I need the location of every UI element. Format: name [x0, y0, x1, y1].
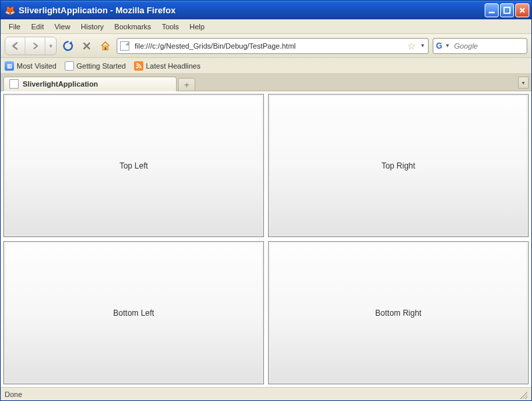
grid-cell-top-left: Top Left — [3, 94, 264, 237]
grid-cell-top-right: Top Right — [268, 94, 529, 237]
menu-file[interactable]: File — [3, 21, 26, 32]
svg-point-4 — [136, 67, 137, 68]
resize-grip[interactable] — [518, 390, 527, 399]
svg-rect-1 — [504, 7, 510, 13]
search-engine-dropdown[interactable]: ▼ — [445, 43, 450, 49]
menu-help[interactable]: Help — [184, 21, 210, 32]
page-content: Top Left Top Right Bottom Left Bottom Ri… — [1, 91, 531, 387]
search-bar[interactable]: G ▼ 🔍 — [433, 38, 527, 54]
close-button[interactable] — [515, 3, 529, 17]
menubar: File Edit View History Bookmarks Tools H… — [1, 19, 531, 34]
minimize-button[interactable] — [485, 3, 499, 17]
stop-button[interactable] — [79, 39, 94, 53]
back-forward-group: ▾ — [5, 37, 57, 55]
menu-bookmarks[interactable]: Bookmarks — [109, 21, 157, 32]
page-icon — [65, 61, 74, 71]
back-button[interactable] — [5, 37, 25, 55]
bookmark-label: Latest Headlines — [146, 62, 201, 70]
menu-view[interactable]: View — [49, 21, 76, 32]
nav-toolbar: ▾ ☆ ▼ G ▼ 🔍 — [1, 34, 531, 58]
cell-label: Bottom Right — [375, 308, 421, 318]
forward-button[interactable] — [25, 37, 45, 55]
svg-rect-3 — [105, 47, 107, 50]
maximize-button[interactable] — [500, 3, 514, 17]
tab-title: SliverlightApplication — [23, 80, 98, 88]
page-icon — [9, 79, 19, 89]
bookmarks-toolbar: ▦ Most Visited Getting Started Latest He… — [1, 58, 531, 74]
bookmark-label: Most Visited — [17, 62, 57, 70]
cell-label: Top Left — [119, 161, 148, 171]
reload-button[interactable] — [61, 39, 75, 53]
cell-label: Bottom Left — [113, 308, 154, 318]
grid-cell-bottom-right: Bottom Right — [268, 241, 529, 384]
bookmark-latest-headlines[interactable]: Latest Headlines — [134, 61, 201, 71]
bookmark-getting-started[interactable]: Getting Started — [65, 61, 126, 71]
bookmark-label: Getting Started — [77, 62, 126, 70]
tab-strip: SliverlightApplication + ▾ — [1, 74, 531, 91]
nested-grid: Top Left Top Right Bottom Left Bottom Ri… — [3, 94, 529, 384]
search-input[interactable] — [453, 41, 532, 51]
browser-window: 🦊 SliverlightApplication - Mozilla Firef… — [0, 0, 532, 401]
window-title: SliverlightApplication - Mozilla Firefox — [19, 5, 485, 15]
page-icon — [120, 41, 129, 51]
tab-list-dropdown[interactable]: ▾ — [518, 77, 529, 89]
cell-label: Top Right — [381, 161, 415, 171]
firefox-icon: 🦊 — [5, 5, 15, 15]
url-input[interactable] — [133, 41, 403, 51]
url-bar[interactable]: ☆ ▼ — [117, 38, 429, 54]
svg-rect-0 — [489, 11, 495, 13]
menu-edit[interactable]: Edit — [26, 21, 49, 32]
status-text: Done — [5, 390, 22, 398]
new-tab-button[interactable]: + — [178, 78, 195, 91]
menu-history[interactable]: History — [75, 21, 109, 32]
most-visited-icon: ▦ — [5, 61, 14, 71]
tab-active[interactable]: SliverlightApplication — [3, 77, 177, 91]
bookmark-most-visited[interactable]: ▦ Most Visited — [5, 61, 57, 71]
recent-pages-dropdown[interactable]: ▾ — [45, 37, 56, 55]
url-history-dropdown[interactable]: ▼ — [420, 43, 425, 49]
home-button[interactable] — [98, 39, 113, 53]
bookmark-star-icon[interactable]: ☆ — [407, 41, 416, 51]
menu-tools[interactable]: Tools — [157, 21, 185, 32]
grid-cell-bottom-left: Bottom Left — [3, 241, 264, 384]
rss-icon — [134, 61, 143, 71]
google-icon: G — [436, 41, 442, 51]
status-bar: Done — [1, 387, 531, 400]
titlebar[interactable]: 🦊 SliverlightApplication - Mozilla Firef… — [1, 1, 531, 19]
